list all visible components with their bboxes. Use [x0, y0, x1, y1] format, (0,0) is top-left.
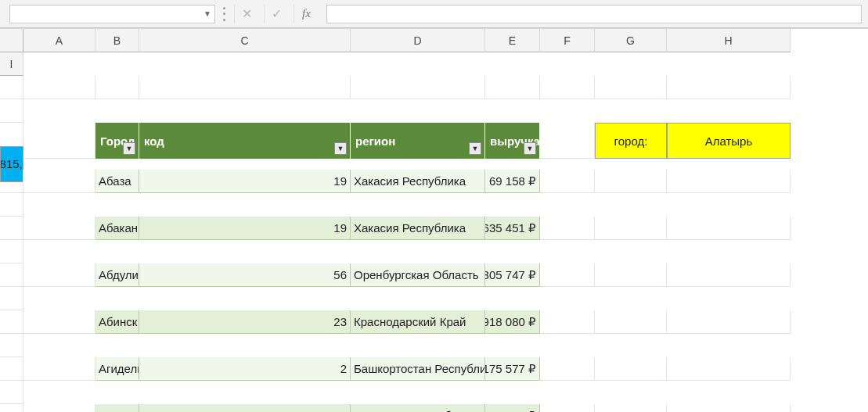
x-icon: ✕ — [242, 6, 252, 21]
cell-revenue[interactable]: 918 080 ₽ — [485, 310, 540, 334]
cell-city[interactable]: Абдулино — [95, 263, 139, 287]
cell[interactable] — [595, 170, 667, 193]
col-header-F[interactable]: F — [540, 29, 595, 52]
cell[interactable] — [23, 357, 95, 381]
table-header-code[interactable]: код ▼ — [139, 123, 351, 159]
row-gutter — [0, 310, 23, 334]
cell-code[interactable]: 56 — [139, 263, 351, 287]
cell-revenue[interactable]: 658 846 ₽ — [485, 404, 540, 412]
table-header-region[interactable]: регион ▼ — [351, 123, 485, 159]
table-header-city[interactable]: Город ▼ — [95, 123, 139, 159]
cell[interactable] — [23, 310, 95, 334]
table-header-revenue[interactable]: выручка, т.руб. ▼ — [485, 123, 540, 159]
cell-region[interactable]: Краснодарский Край — [351, 310, 485, 334]
cell[interactable] — [667, 217, 791, 240]
col-header-H[interactable]: H — [667, 29, 791, 52]
cell[interactable] — [595, 357, 667, 381]
cell[interactable] — [595, 310, 667, 334]
cancel-button[interactable]: ✕ — [234, 5, 259, 23]
insert-function-button[interactable]: fx — [294, 5, 319, 23]
cell[interactable] — [0, 193, 23, 217]
cell-code[interactable]: 16 — [139, 404, 351, 412]
table-header-label: регион — [355, 134, 395, 148]
row-gutter — [0, 404, 23, 412]
cell-region[interactable]: Хакасия Республика — [351, 217, 485, 240]
cell[interactable] — [0, 240, 23, 263]
lookup-city: Алатырь — [705, 134, 753, 148]
cell[interactable] — [667, 263, 791, 287]
cell-code[interactable]: 19 — [139, 170, 351, 193]
formula-bar: ▼ ✕ ✓ fx — [0, 0, 868, 28]
col-header-B[interactable]: B — [95, 29, 139, 52]
cell-city[interactable]: Агрыз — [95, 404, 139, 412]
cell[interactable] — [540, 123, 595, 159]
cell[interactable] — [95, 76, 139, 99]
cell-region[interactable]: Оренбургская Область — [351, 263, 485, 287]
spreadsheet-grid[interactable]: A B C D E F G H I Город ▼ код ▼ регион ▼… — [0, 28, 868, 412]
cell[interactable] — [595, 404, 667, 412]
cell[interactable] — [0, 381, 23, 404]
cell[interactable] — [0, 287, 23, 310]
cell[interactable] — [540, 310, 595, 334]
row-gutter — [0, 263, 23, 287]
enter-button[interactable]: ✓ — [264, 5, 289, 23]
cell-region[interactable]: Татарстан Республика — [351, 404, 485, 412]
cell-region[interactable]: Башкортостан Республика — [351, 357, 485, 381]
col-header-C[interactable]: C — [139, 29, 351, 52]
cell[interactable] — [540, 170, 595, 193]
cell-revenue[interactable]: 635 451 ₽ — [485, 217, 540, 240]
cell-city[interactable]: Абаза — [95, 170, 139, 193]
cell[interactable] — [667, 357, 791, 381]
cell[interactable] — [667, 310, 791, 334]
filter-dropdown-icon[interactable]: ▼ — [334, 142, 347, 155]
cell-city[interactable]: Абакан — [95, 217, 139, 240]
select-all-corner[interactable] — [0, 29, 23, 52]
cell[interactable] — [667, 404, 791, 412]
cell[interactable] — [540, 76, 595, 99]
cell[interactable] — [540, 357, 595, 381]
cell[interactable] — [23, 263, 95, 287]
cell-code[interactable]: 23 — [139, 310, 351, 334]
chevron-down-icon[interactable]: ▼ — [203, 9, 211, 18]
formula-input[interactable] — [326, 5, 862, 23]
cell[interactable] — [23, 76, 95, 99]
cell[interactable] — [540, 404, 595, 412]
cell-revenue[interactable]: 69 158 ₽ — [485, 170, 540, 193]
cell[interactable] — [595, 76, 667, 99]
cell[interactable] — [595, 217, 667, 240]
cell[interactable] — [23, 404, 95, 412]
cell-code[interactable]: 19 — [139, 217, 351, 240]
col-header-E[interactable]: E — [485, 29, 540, 52]
cell-city[interactable]: Агидель — [95, 357, 139, 381]
col-header-A[interactable]: A — [23, 29, 95, 52]
cell[interactable] — [667, 76, 791, 99]
cell[interactable] — [485, 76, 540, 99]
fx-icon: fx — [302, 7, 311, 20]
cell[interactable] — [540, 263, 595, 287]
name-box[interactable]: ▼ — [9, 5, 215, 23]
col-header-D[interactable]: D — [351, 29, 485, 52]
cell[interactable] — [139, 76, 351, 99]
col-header-G[interactable]: G — [595, 29, 667, 52]
row-gutter — [0, 76, 23, 99]
cell[interactable] — [540, 217, 595, 240]
cell[interactable] — [351, 76, 485, 99]
cell[interactable] — [0, 334, 23, 357]
lookup-label-cell[interactable]: город: — [595, 123, 667, 159]
col-header-I[interactable]: I — [0, 52, 23, 76]
cell[interactable] — [23, 217, 95, 240]
cell-code[interactable]: 2 — [139, 357, 351, 381]
cell[interactable] — [595, 263, 667, 287]
cell[interactable] — [23, 170, 95, 193]
cell-revenue[interactable]: 305 747 ₽ — [485, 263, 540, 287]
filter-dropdown-icon[interactable]: ▼ — [469, 142, 481, 155]
cell-region[interactable]: Хакасия Республика — [351, 170, 485, 193]
lookup-city-cell[interactable]: Алатырь — [667, 123, 791, 159]
cell-city[interactable]: Абинск — [95, 310, 139, 334]
cell[interactable] — [23, 123, 95, 159]
cell[interactable] — [0, 99, 23, 123]
cell-revenue[interactable]: 175 577 ₽ — [485, 357, 540, 381]
filter-dropdown-icon[interactable]: ▼ — [524, 142, 536, 155]
filter-dropdown-icon[interactable]: ▼ — [123, 142, 135, 155]
cell[interactable] — [667, 170, 791, 193]
